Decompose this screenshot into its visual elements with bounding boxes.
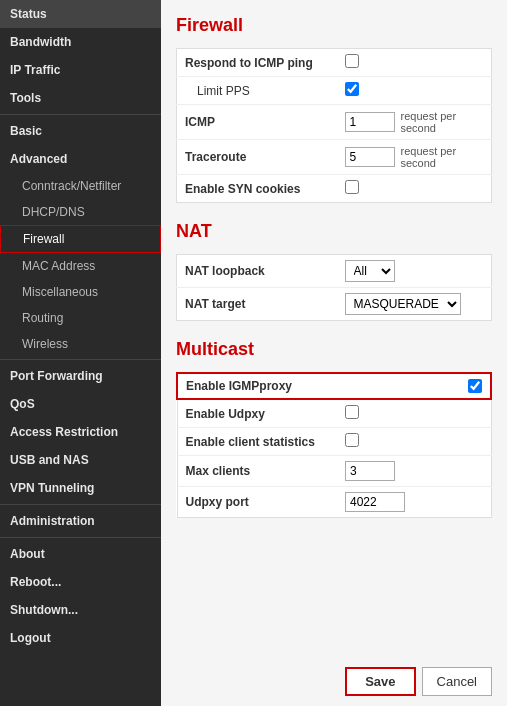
sidebar-item-wireless[interactable]: Wireless [0, 331, 161, 357]
icmp-input[interactable]: 1 [345, 112, 395, 132]
nat-loopback-select[interactable]: All No Yes [345, 260, 395, 282]
sidebar-item-qos[interactable]: QoS [0, 390, 161, 418]
udpxy-cell [337, 399, 491, 428]
sidebar: Status Bandwidth IP Traffic Tools Basic … [0, 0, 161, 706]
firewall-title: Firewall [176, 15, 492, 36]
table-row: Limit PPS [177, 77, 492, 105]
table-row: Max clients 3 [177, 456, 491, 487]
udpxy-port-input[interactable]: 4022 [345, 492, 405, 512]
table-row: ICMP 1 request per second [177, 105, 492, 140]
client-stats-cell [337, 428, 491, 456]
traceroute-value-cell: 5 request per second [337, 140, 492, 175]
icmp-ping-checkbox[interactable] [345, 54, 359, 68]
table-row: Enable client statistics [177, 428, 491, 456]
sidebar-item-dhcp[interactable]: DHCP/DNS [0, 199, 161, 225]
nat-target-cell: MASQUERADE SNAT [337, 288, 492, 321]
nat-table: NAT loopback All No Yes NAT target MASQU… [176, 254, 492, 321]
igmp-proxy-checkbox[interactable] [468, 379, 482, 393]
nat-title: NAT [176, 221, 492, 242]
table-row: NAT target MASQUERADE SNAT [177, 288, 492, 321]
nat-target-label: NAT target [177, 288, 337, 321]
syn-cookies-label: Enable SYN cookies [177, 175, 337, 203]
bottom-buttons: Save Cancel [345, 667, 492, 696]
icmp-value-cell: 1 request per second [337, 105, 492, 140]
udpxy-checkbox[interactable] [345, 405, 359, 419]
sidebar-item-admin[interactable]: Administration [0, 507, 161, 535]
table-row: Traceroute 5 request per second [177, 140, 492, 175]
max-clients-cell: 3 [337, 456, 491, 487]
multicast-table: Enable IGMPproxy Enable Udpxy Enable cli… [176, 372, 492, 518]
table-row: Enable SYN cookies [177, 175, 492, 203]
limit-pps-label: Limit PPS [177, 77, 337, 105]
igmp-proxy-label: Enable IGMPproxy [186, 379, 346, 393]
client-stats-label: Enable client statistics [177, 428, 337, 456]
nat-loopback-label: NAT loopback [177, 255, 337, 288]
nat-target-select[interactable]: MASQUERADE SNAT [345, 293, 461, 315]
sidebar-item-bandwidth[interactable]: Bandwidth [0, 28, 161, 56]
cancel-button[interactable]: Cancel [422, 667, 492, 696]
traceroute-input[interactable]: 5 [345, 147, 395, 167]
table-row: NAT loopback All No Yes [177, 255, 492, 288]
sidebar-item-status[interactable]: Status [0, 0, 161, 28]
sidebar-item-usb-nas[interactable]: USB and NAS [0, 446, 161, 474]
client-stats-checkbox[interactable] [345, 433, 359, 447]
multicast-title: Multicast [176, 339, 492, 360]
sidebar-item-vpn[interactable]: VPN Tunneling [0, 474, 161, 502]
sidebar-item-firewall[interactable]: Firewall [0, 225, 161, 253]
traceroute-unit: request per second [401, 145, 484, 169]
nat-loopback-cell: All No Yes [337, 255, 492, 288]
sidebar-item-tools[interactable]: Tools [0, 84, 161, 112]
igmp-proxy-row: Enable IGMPproxy [177, 373, 491, 399]
firewall-table: Respond to ICMP ping Limit PPS ICMP 1 re… [176, 48, 492, 203]
table-row: Udpxy port 4022 [177, 487, 491, 518]
sidebar-item-ip-traffic[interactable]: IP Traffic [0, 56, 161, 84]
sidebar-item-shutdown[interactable]: Shutdown... [0, 596, 161, 624]
sidebar-item-access-restriction[interactable]: Access Restriction [0, 418, 161, 446]
sidebar-item-logout[interactable]: Logout [0, 624, 161, 652]
save-button[interactable]: Save [345, 667, 415, 696]
syn-cookies-checkbox[interactable] [345, 180, 359, 194]
sidebar-item-advanced[interactable]: Advanced [0, 145, 161, 173]
sidebar-item-port-forwarding[interactable]: Port Forwarding [0, 362, 161, 390]
table-row: Respond to ICMP ping [177, 49, 492, 77]
icmp-ping-cell [337, 49, 492, 77]
syn-cookies-cell [337, 175, 492, 203]
table-row: Enable IGMPproxy [177, 373, 491, 399]
max-clients-input[interactable]: 3 [345, 461, 395, 481]
main-content: Firewall Respond to ICMP ping Limit PPS … [161, 0, 507, 706]
sidebar-item-about[interactable]: About [0, 540, 161, 568]
icmp-label: ICMP [177, 105, 337, 140]
max-clients-label: Max clients [177, 456, 337, 487]
udpxy-label: Enable Udpxy [177, 399, 337, 428]
sidebar-item-routing[interactable]: Routing [0, 305, 161, 331]
sidebar-item-misc[interactable]: Miscellaneous [0, 279, 161, 305]
sidebar-item-reboot[interactable]: Reboot... [0, 568, 161, 596]
icmp-unit: request per second [401, 110, 484, 134]
sidebar-item-conntrack[interactable]: Conntrack/Netfilter [0, 173, 161, 199]
icmp-ping-label: Respond to ICMP ping [177, 49, 337, 77]
udpxy-port-cell: 4022 [337, 487, 491, 518]
sidebar-item-mac[interactable]: MAC Address [0, 253, 161, 279]
sidebar-item-basic[interactable]: Basic [0, 117, 161, 145]
limit-pps-checkbox[interactable] [345, 82, 359, 96]
table-row: Enable Udpxy [177, 399, 491, 428]
limit-pps-cell [337, 77, 492, 105]
traceroute-label: Traceroute [177, 140, 337, 175]
udpxy-port-label: Udpxy port [177, 487, 337, 518]
